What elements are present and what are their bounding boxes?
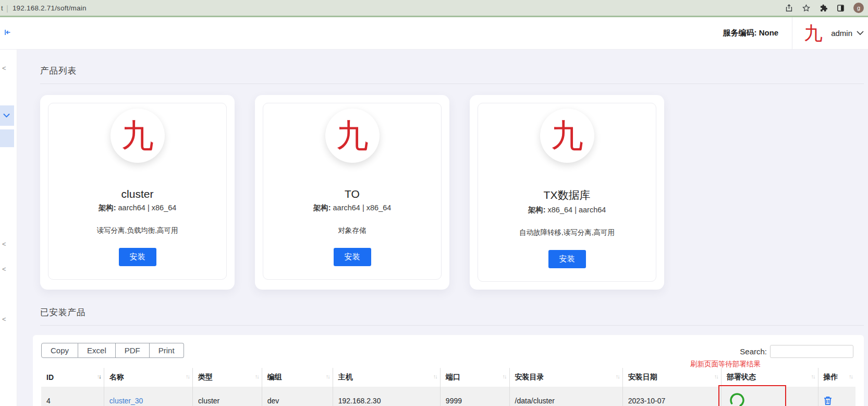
copy-button[interactable]: Copy — [41, 343, 78, 358]
column-header-deploy-status[interactable]: 部署状态↑↓ — [721, 368, 818, 387]
sort-icon[interactable]: ↑↓ — [849, 373, 852, 379]
url-text[interactable]: 192.168.2.71/soft/main — [13, 4, 87, 12]
product-card-cluster: 九 cluster 架构: aarch64 | x86_64 读写分离,负载均衡… — [40, 95, 235, 290]
install-button[interactable]: 安装 — [548, 250, 586, 268]
product-cards-row: 九 cluster 架构: aarch64 | x86_64 读写分离,负载均衡… — [40, 95, 864, 290]
chevron-down-icon[interactable] — [857, 31, 864, 35]
installed-products-table: ID↑↓ 名称↑↓ 类型↑↓ 编组↑↓ 主机↑↓ 端口↑↓ 安装目录↑↓ 安装日… — [41, 368, 855, 406]
brand-logo: 九 — [336, 120, 369, 152]
sort-icon[interactable]: ↑↓ — [811, 373, 815, 379]
cell-install-date: 2023-10-07 — [622, 387, 721, 406]
product-logo-circle: 九 — [111, 109, 165, 163]
search-label: Search: — [740, 347, 767, 356]
column-header-host[interactable]: 主机↑↓ — [333, 368, 440, 387]
service-code-label: 服务编码: None — [723, 28, 778, 38]
share-icon[interactable] — [785, 4, 793, 13]
cell-port: 9999 — [440, 387, 509, 406]
installed-table-card: Copy Excel PDF Print Search: 刷新页面等待部署结果 — [33, 335, 864, 406]
brand-logo: 九 — [121, 120, 154, 152]
install-button[interactable]: 安装 — [119, 248, 156, 266]
table-toolbar: Copy Excel PDF Print Search: 刷新页面等待部署结果 — [41, 343, 855, 368]
browser-address-bar: t | 192.168.2.71/soft/main g — [0, 0, 868, 16]
column-header-install-date[interactable]: 安装日期↑↓ — [622, 368, 721, 387]
cell-actions — [818, 387, 855, 406]
excel-button[interactable]: Excel — [78, 343, 116, 358]
brand-logo: 九 — [551, 120, 583, 152]
export-button-group: Copy Excel PDF Print — [41, 343, 184, 358]
product-name: TO — [270, 188, 435, 200]
arch-value: aarch64 | x86_64 — [118, 204, 177, 212]
product-logo-circle: 九 — [540, 109, 594, 163]
sidebar-collapse-icon[interactable] — [4, 28, 11, 38]
sidebar: < < < < — [0, 50, 17, 406]
cell-type: cluster — [193, 387, 262, 406]
product-arch: 架构: aarch64 | x86_64 — [55, 203, 220, 213]
column-header-id[interactable]: ID↑↓ — [41, 368, 104, 387]
sort-icon[interactable]: ↑↓ — [186, 373, 189, 379]
product-name: TX数据库 — [484, 188, 650, 202]
product-card-to: 九 TO 架构: aarch64 | x86_64 对象存储 安装 — [255, 95, 449, 290]
product-description: 自动故障转移,读写分离,高可用 — [484, 228, 650, 237]
user-menu-label[interactable]: admin — [831, 29, 852, 38]
print-button[interactable]: Print — [150, 343, 184, 358]
products-section-title: 产品列表 — [40, 65, 864, 77]
bookmark-star-icon[interactable] — [802, 4, 811, 13]
arch-value: x86_64 | aarch64 — [548, 206, 606, 214]
column-header-actions[interactable]: 操作↑↓ — [818, 368, 855, 387]
side-panel-icon[interactable] — [836, 4, 845, 13]
tab-fragment: t — [1, 4, 5, 12]
omnibox-separator: | — [6, 4, 8, 13]
sort-icon[interactable]: ↑↓ — [714, 373, 718, 379]
sort-icon[interactable]: ↑↓ — [97, 373, 101, 379]
sort-icon[interactable]: ↑↓ — [503, 373, 506, 379]
column-header-type[interactable]: 类型↑↓ — [193, 368, 262, 387]
cell-install-dir: /data/cluster — [509, 387, 622, 406]
sort-icon[interactable]: ↑↓ — [433, 373, 437, 379]
sidebar-item-chevron-4[interactable]: < — [2, 315, 6, 323]
search-input[interactable] — [770, 345, 853, 358]
product-name: cluster — [55, 188, 220, 200]
cell-deploy-status — [721, 387, 818, 406]
product-arch: 架构: aarch64 | x86_64 — [270, 203, 435, 213]
table-header-row: ID↑↓ 名称↑↓ 类型↑↓ 编组↑↓ 主机↑↓ 端口↑↓ 安装目录↑↓ 安装日… — [41, 368, 855, 387]
arch-label: 架构: — [99, 204, 116, 212]
extensions-puzzle-icon[interactable] — [819, 4, 828, 13]
sidebar-item-chevron-3[interactable]: < — [2, 265, 6, 273]
section-divider — [40, 83, 864, 84]
product-detail-link[interactable]: cluster_30 — [109, 397, 143, 405]
sidebar-item-chevron-1[interactable]: < — [2, 64, 6, 72]
sort-icon[interactable]: ↑↓ — [616, 373, 619, 379]
brand-logo: 九 — [804, 24, 823, 43]
sidebar-item-active-2[interactable] — [0, 129, 14, 147]
sidebar-item-active[interactable] — [0, 105, 14, 126]
column-header-name[interactable]: 名称↑↓ — [104, 368, 192, 387]
chevron-down-icon — [3, 113, 10, 118]
product-arch: 架构: x86_64 | aarch64 — [484, 205, 650, 215]
sidebar-item-chevron-2[interactable]: < — [2, 240, 6, 248]
pdf-button[interactable]: PDF — [116, 343, 150, 358]
arch-label: 架构: — [313, 204, 331, 212]
product-logo-circle: 九 — [325, 109, 380, 163]
profile-avatar[interactable]: g — [853, 3, 864, 13]
header-divider — [792, 17, 792, 50]
app-header: 服务编码: None 九 admin — [0, 17, 868, 50]
column-header-port[interactable]: 端口↑↓ — [440, 368, 509, 387]
cell-group: dev — [262, 387, 333, 406]
sort-icon[interactable]: ↑↓ — [326, 373, 329, 379]
column-header-install-dir[interactable]: 安装目录↑↓ — [509, 368, 622, 387]
delete-trash-icon[interactable] — [824, 396, 832, 405]
product-description: 读写分离,负载均衡,高可用 — [55, 226, 220, 235]
product-card-tx: 九 TX数据库 架构: x86_64 | aarch64 自动故障转移,读写分离… — [470, 95, 664, 290]
installed-section-title: 已安装产品 — [40, 307, 864, 318]
loading-spinner-icon — [729, 392, 745, 406]
column-header-group[interactable]: 编组↑↓ — [262, 368, 333, 387]
cell-host: 192.168.2.30 — [333, 387, 440, 406]
sort-icon[interactable]: ↑↓ — [255, 373, 259, 379]
arch-value: aarch64 | x86_64 — [333, 204, 392, 212]
install-button[interactable]: 安装 — [334, 248, 371, 266]
product-description: 对象存储 — [270, 226, 435, 235]
table-row: 4 cluster_30 cluster dev 192.168.2.30 99… — [41, 387, 855, 406]
main-content: 产品列表 九 cluster 架构: aarch64 | x86_64 读写分离… — [17, 50, 868, 406]
cell-id: 4 — [41, 387, 104, 406]
arch-label: 架构: — [528, 206, 546, 214]
